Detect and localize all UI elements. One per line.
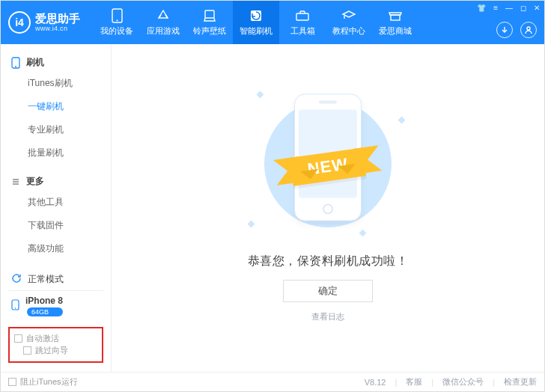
device-row[interactable]: iPhone 8 64GB (8, 290, 103, 321)
support-link[interactable]: 客服 (406, 376, 422, 388)
check-update-link[interactable]: 检查更新 (504, 376, 537, 388)
nav-label: 应用游戏 (147, 25, 180, 37)
mode-normal[interactable]: 正常模式 (8, 269, 103, 290)
sidebar-item-oneclick-flash[interactable]: 一键刷机 (1, 95, 111, 118)
svg-rect-2 (205, 10, 214, 18)
sidebar-item-other-tools[interactable]: 其他工具 (1, 191, 111, 214)
logo: i4 爱思助手 www.i4.cn (1, 1, 89, 44)
skip-wizard-checkbox[interactable]: 跳过向导 (23, 345, 68, 356)
svg-rect-4 (296, 13, 308, 20)
view-log-link[interactable]: 查看日志 (311, 311, 344, 322)
body: 刷机 iTunes刷机 一键刷机 专业刷机 批量刷机 更多 其他工具 下载固件 … (1, 44, 544, 372)
wechat-link[interactable]: 微信公众号 (442, 376, 484, 388)
nav-apps[interactable]: 应用游戏 (140, 1, 186, 44)
nav-label: 工具箱 (290, 25, 315, 37)
sidebar-item-pro-flash[interactable]: 专业刷机 (1, 118, 111, 141)
download-icon[interactable] (496, 22, 513, 38)
tshirt-icon[interactable]: 👕 (477, 4, 486, 12)
checkbox-icon (14, 334, 22, 343)
apps-icon (156, 8, 171, 22)
window-controls: 👕 ≡ — ◻ ✕ (477, 4, 540, 12)
nav-my-device[interactable]: 我的设备 (94, 1, 140, 44)
sidebar-item-download-firmware[interactable]: 下载固件 (1, 214, 111, 237)
app-url: www.i4.cn (35, 25, 80, 32)
maximize-icon[interactable]: ◻ (520, 4, 526, 12)
svg-point-10 (15, 307, 16, 309)
checkbox-label: 跳过向导 (35, 345, 68, 356)
svg-point-6 (527, 27, 530, 30)
ok-button[interactable]: 确定 (283, 280, 373, 302)
nav-label: 铃声壁纸 (193, 25, 226, 37)
mode-label: 正常模式 (28, 273, 64, 286)
success-illustration: NEW (246, 89, 410, 239)
phone-icon (11, 57, 20, 69)
checkbox-label: 阻止iTunes运行 (20, 376, 78, 388)
device-icon (109, 8, 124, 22)
checkbox-icon (8, 378, 16, 386)
logo-icon: i4 (8, 11, 31, 34)
toolbox-icon (295, 8, 310, 22)
sidebar-item-batch-flash[interactable]: 批量刷机 (1, 141, 111, 165)
section-title: 更多 (26, 175, 44, 188)
svg-point-8 (15, 66, 16, 67)
menu-icon[interactable]: ≡ (493, 4, 498, 12)
flash-icon (249, 8, 264, 22)
sidebar-item-itunes-flash[interactable]: iTunes刷机 (1, 72, 111, 95)
nav-ringtones[interactable]: 铃声壁纸 (186, 1, 233, 44)
phone-icon (11, 299, 19, 313)
sidebar-item-advanced[interactable]: 高级功能 (1, 237, 111, 260)
nav-label: 我的设备 (100, 25, 133, 37)
sidebar-section-more: 更多 (1, 171, 111, 191)
app-window: i4 爱思助手 www.i4.cn 我的设备 应用游戏 (0, 0, 545, 392)
block-itunes-checkbox[interactable]: 阻止iTunes运行 (8, 376, 78, 388)
options-highlight-box: 自动激活 跳过向导 (8, 327, 103, 363)
nav-label: 教程中心 (332, 25, 365, 37)
user-icon[interactable] (520, 22, 537, 38)
header: i4 爱思助手 www.i4.cn 我的设备 应用游戏 (1, 1, 544, 44)
sidebar-section-flash: 刷机 (1, 52, 111, 72)
svg-rect-5 (391, 15, 400, 20)
top-nav: 我的设备 应用游戏 铃声壁纸 智能刷机 (89, 1, 418, 44)
sidebar-footer: 正常模式 iPhone 8 64GB 自动激活 (1, 261, 111, 372)
version-label: V8.12 (365, 378, 386, 387)
ringtone-icon (202, 8, 217, 22)
nav-toolbox[interactable]: 工具箱 (279, 1, 326, 44)
nav-store[interactable]: 爱思商城 (372, 1, 418, 44)
section-title: 刷机 (26, 56, 44, 69)
device-name: iPhone 8 (25, 295, 63, 306)
app-title: 爱思助手 (35, 12, 80, 25)
store-icon (388, 8, 403, 22)
refresh-icon (11, 273, 22, 286)
sidebar: 刷机 iTunes刷机 一键刷机 专业刷机 批量刷机 更多 其他工具 下载固件 … (1, 44, 112, 372)
success-message: 恭喜您，保资料刷机成功啦！ (248, 254, 409, 269)
storage-badge: 64GB (27, 307, 63, 316)
main-panel: NEW 恭喜您，保资料刷机成功啦！ 确定 查看日志 (112, 44, 544, 372)
auto-activate-checkbox[interactable]: 自动激活 (14, 333, 59, 344)
svg-point-1 (116, 19, 118, 21)
minimize-icon[interactable]: — (505, 4, 513, 12)
nav-label: 爱思商城 (379, 25, 412, 37)
tutorial-icon (341, 8, 356, 22)
close-icon[interactable]: ✕ (534, 4, 540, 12)
status-bar: 阻止iTunes运行 V8.12 | 客服 | 微信公众号 | 检查更新 (1, 372, 544, 391)
checkbox-label: 自动激活 (26, 333, 59, 344)
header-actions (496, 22, 537, 38)
nav-flash[interactable]: 智能刷机 (233, 1, 279, 44)
nav-label: 智能刷机 (240, 25, 272, 37)
checkbox-icon (23, 346, 31, 355)
more-icon (11, 177, 20, 186)
nav-tutorial[interactable]: 教程中心 (326, 1, 372, 44)
